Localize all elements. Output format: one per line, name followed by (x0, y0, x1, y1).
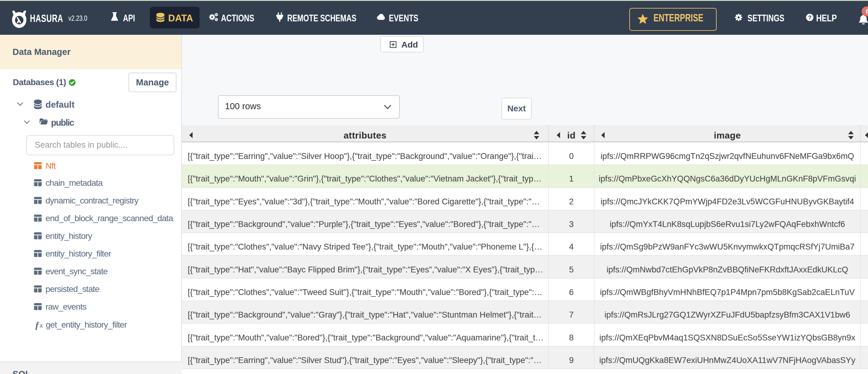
svg-text:?: ? (808, 14, 811, 21)
